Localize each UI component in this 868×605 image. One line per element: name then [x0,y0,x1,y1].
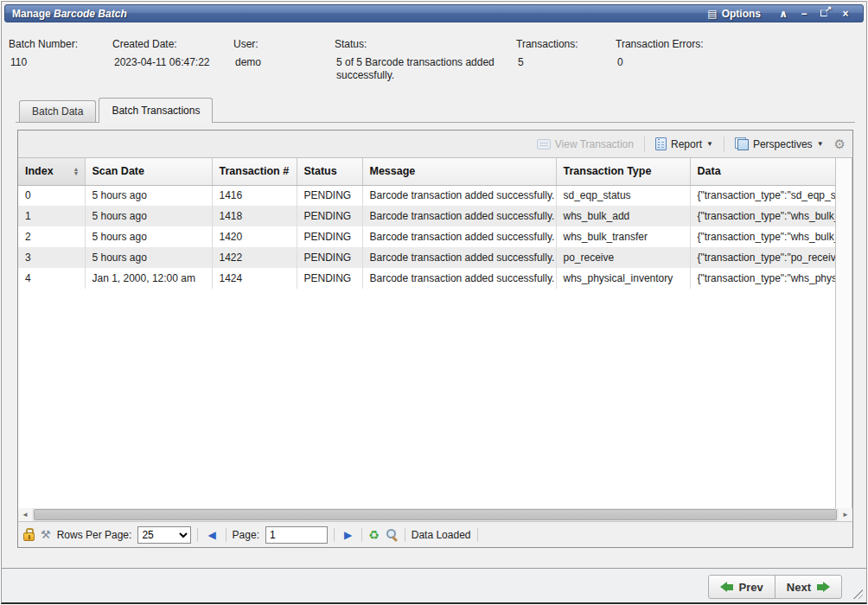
cell-scan-date: 5 hours ago [85,247,212,268]
tab-batch-data[interactable]: Batch Data [19,100,96,122]
perspectives-button[interactable]: Perspectives ▼ [731,135,828,153]
view-transaction-button[interactable]: View Transaction [533,136,638,153]
tab-batch-transactions[interactable]: Batch Transactions [99,98,213,123]
collapse-button[interactable]: ∧ [773,8,794,20]
cell-message: Barcode transaction added successfully. [362,226,556,247]
table-row[interactable]: 0 5 hours ago 1416 PENDING Barcode trans… [18,185,836,206]
perspectives-icon [735,137,749,150]
chevron-down-icon: ▼ [817,140,824,148]
transaction-errors-field: Transaction Errors: 0 [616,38,704,69]
column-header-status[interactable]: Status [297,158,362,185]
column-header-message[interactable]: Message [362,158,556,185]
prev-button[interactable]: Prev [708,575,775,599]
scroll-left-button[interactable]: ◄ [18,508,32,521]
cell-status: PENDING [297,268,362,289]
report-button[interactable]: Report ▼ [651,135,718,153]
footer: Prev Next [2,569,866,602]
separator [334,528,335,542]
gear-icon[interactable]: ⚙ [834,137,846,152]
lock-icon[interactable] [23,532,35,541]
cell-message: Barcode transaction added successfully. [362,185,556,206]
previous-page-button[interactable]: ◀ [204,529,219,541]
cell-index: 4 [18,268,85,289]
cell-transaction-type: po_receive [556,247,690,268]
options-button[interactable]: ▤ Options [707,8,761,20]
title-bar: Manage Barcode Batch ▤ Options ∧ − ↗ × [4,4,864,22]
cell-data: {"transaction_type":"whs_bulk_add [690,206,836,226]
close-button[interactable]: × [835,8,856,20]
scroll-left-icon: ◄ [22,511,29,519]
separator [197,528,198,542]
tab-strip: Batch Data Batch Transactions [16,97,855,123]
cell-index: 0 [18,185,85,206]
status-label: Status: [335,38,512,50]
rows-per-page-select[interactable]: 25 [137,526,191,544]
wrench-icon[interactable]: ⚒ [41,528,51,541]
minimize-button[interactable]: − [794,8,814,20]
status-value: 5 of 5 Barcode transactions added succes… [335,56,512,82]
vertical-scrollbar[interactable] [835,158,852,508]
next-button-label: Next [787,581,811,594]
options-icon: ▤ [707,8,717,20]
green-left-arrow-icon [720,582,733,592]
transactions-label: Transactions: [516,38,578,50]
cell-message: Barcode transaction added successfully. [362,206,556,226]
user-value: demo [233,56,261,69]
view-transaction-label: View Transaction [555,138,634,150]
cell-scan-date: 5 hours ago [85,185,212,206]
table-header-row: Index ▲ ▼ Scan Date Transaction # Status [18,158,836,185]
cell-index: 1 [18,206,85,226]
page-label: Page: [233,529,259,541]
next-page-button[interactable]: ▶ [341,529,355,541]
transactions-field: Transactions: 5 [516,38,578,69]
close-icon: × [842,8,848,20]
popout-icon: ↗ [820,7,831,17]
column-header-index[interactable]: Index ▲ ▼ [18,158,85,185]
cell-transaction-type: whs_bulk_add [556,206,690,226]
cell-transaction-number: 1424 [212,268,297,289]
search-icon[interactable] [386,528,399,541]
cell-data: {"transaction_type":"whs_bulk_tra [690,226,836,247]
cell-transaction-type: whs_physical_inventory [556,268,690,289]
prev-button-label: Prev [739,581,763,594]
column-header-data[interactable]: Data [690,158,836,185]
user-label: User: [233,38,261,50]
cell-transaction-number: 1418 [212,206,297,226]
column-header-transaction-type[interactable]: Transaction Type [556,158,690,185]
sort-icon: ▲ ▼ [73,167,80,175]
options-label: Options [722,8,761,20]
manage-barcode-batch-window: Manage Barcode Batch ▤ Options ∧ − ↗ × B… [1,1,867,604]
created-date-label: Created Date: [112,38,210,50]
batch-info-bar: Batch Number: 110 Created Date: 2023-04-… [2,28,866,90]
horizontal-scrollbar-thumb[interactable] [34,509,837,520]
window-title: Manage Barcode Batch [12,8,127,20]
table-row[interactable]: 1 5 hours ago 1418 PENDING Barcode trans… [18,206,836,226]
refresh-icon[interactable]: ♻ [368,528,380,542]
cell-transaction-number: 1422 [212,247,297,268]
scroll-right-button[interactable]: ► [839,508,852,521]
batch-number-label: Batch Number: [9,38,78,50]
horizontal-scrollbar[interactable]: ◄ ► [18,508,852,521]
batch-transactions-panel: View Transaction Report ▼ Perspectives ▼… [17,130,853,548]
resize-grip[interactable] [852,588,863,599]
report-label: Report [671,138,702,150]
minimize-icon: − [801,8,807,20]
transactions-value: 5 [516,56,578,69]
rows-per-page-label: Rows Per Page: [57,529,132,541]
transactions-table-wrap: Index ▲ ▼ Scan Date Transaction # Status [18,157,852,508]
grid-toolbar: View Transaction Report ▼ Perspectives ▼… [18,131,852,157]
separator [361,528,362,542]
next-button[interactable]: Next [775,575,842,599]
cell-status: PENDING [297,185,362,206]
status-field: Status: 5 of 5 Barcode transactions adde… [335,38,512,82]
separator [724,137,724,152]
popout-button[interactable]: ↗ [814,7,835,20]
data-loaded-status: Data Loaded [412,529,471,541]
column-header-transaction-number[interactable]: Transaction # [212,158,297,185]
perspectives-label: Perspectives [753,138,813,150]
page-input[interactable] [265,526,328,544]
table-row[interactable]: 4 Jan 1, 2000, 12:00 am 1424 PENDING Bar… [18,268,836,289]
table-row[interactable]: 2 5 hours ago 1420 PENDING Barcode trans… [18,226,836,247]
table-row[interactable]: 3 5 hours ago 1422 PENDING Barcode trans… [18,247,836,268]
column-header-scan-date[interactable]: Scan Date [85,158,212,185]
